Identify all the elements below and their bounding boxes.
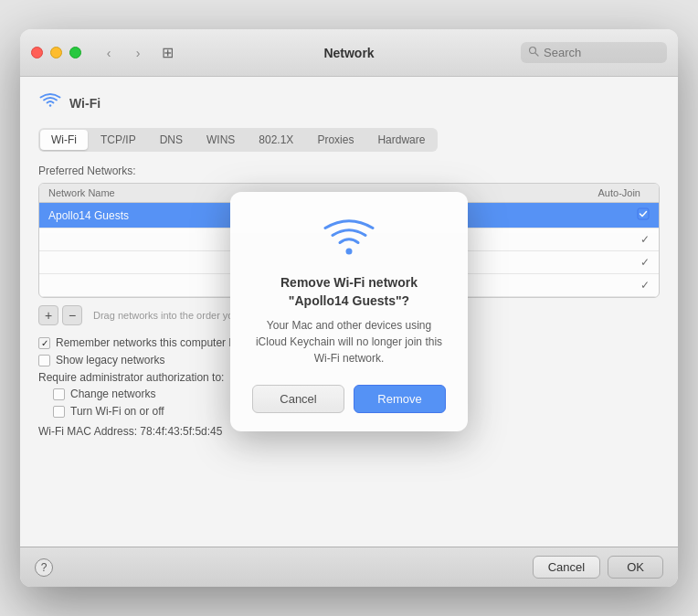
modal-cancel-button[interactable]: Cancel — [252, 385, 344, 413]
grid-icon[interactable]: ⊞ — [162, 44, 174, 61]
content-area: Wi-Fi Wi-Fi TCP/IP DNS WINS 802.1X Proxi… — [20, 77, 678, 547]
titlebar: ‹ › ⊞ Network — [20, 29, 678, 77]
search-box[interactable] — [521, 42, 667, 63]
modal-buttons: Cancel Remove — [252, 385, 446, 413]
search-icon — [528, 46, 539, 59]
modal-remove-button[interactable]: Remove — [354, 385, 446, 413]
nav-buttons: ‹ › — [96, 44, 151, 62]
help-button[interactable]: ? — [35, 558, 53, 577]
forward-button[interactable]: › — [125, 44, 151, 62]
ok-button[interactable]: OK — [608, 556, 663, 579]
modal-title: Remove Wi-Fi network"Apollo14 Guests"? — [280, 274, 418, 310]
window-title: Network — [323, 46, 374, 60]
traffic-lights — [31, 47, 81, 58]
modal-overlay: Remove Wi-Fi network"Apollo14 Guests"? Y… — [20, 77, 678, 547]
svg-point-3 — [346, 248, 353, 254]
modal-body: Your Mac and other devices using iCloud … — [252, 317, 446, 366]
remove-network-modal: Remove Wi-Fi network"Apollo14 Guests"? Y… — [230, 192, 468, 431]
minimize-button[interactable] — [50, 47, 62, 58]
fullscreen-button[interactable] — [69, 47, 81, 58]
close-button[interactable] — [31, 47, 43, 58]
modal-wifi-icon — [323, 218, 375, 260]
back-button[interactable]: ‹ — [96, 44, 122, 62]
search-input[interactable] — [544, 46, 660, 59]
bottom-bar: ? Cancel OK — [20, 547, 678, 587]
main-window: ‹ › ⊞ Network — [20, 29, 678, 587]
cancel-button[interactable]: Cancel — [533, 556, 600, 579]
bottom-action-buttons: Cancel OK — [533, 556, 663, 579]
svg-line-1 — [535, 53, 538, 56]
